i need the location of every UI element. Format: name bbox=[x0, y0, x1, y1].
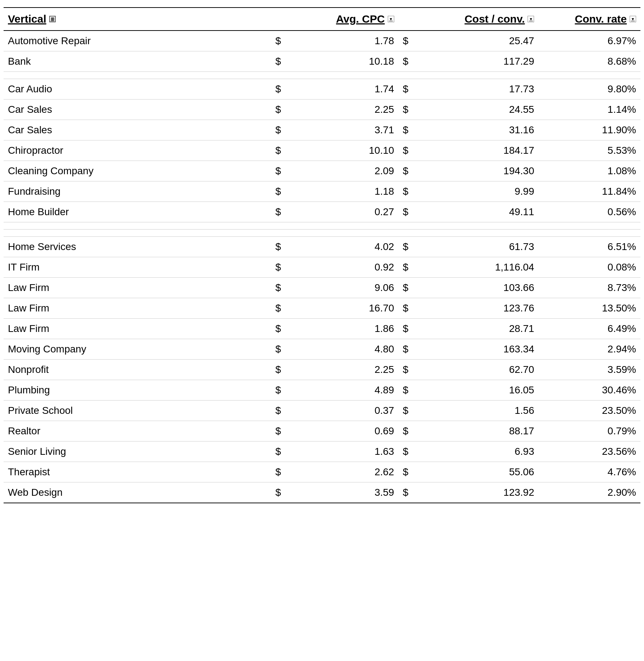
cell-vertical: Car Audio bbox=[4, 79, 271, 100]
cell-vertical: Fundraising bbox=[4, 181, 271, 202]
cell-cost-conv: $6.93 bbox=[399, 442, 539, 462]
cell-cost-conv: $1.56 bbox=[399, 401, 539, 421]
cell-avg-cpc: $4.80 bbox=[271, 339, 398, 360]
cell-vertical: Car Sales bbox=[4, 100, 271, 120]
dollar-sign-cost: $ bbox=[403, 104, 413, 115]
table-row: Private School$0.37$1.5623.50% bbox=[4, 401, 640, 421]
cell-vertical: Bank bbox=[4, 51, 271, 72]
cell-conv-rate: 0.08% bbox=[538, 257, 640, 278]
cell-avg-cpc: $2.25 bbox=[271, 100, 398, 120]
cell-cost-conv: $123.92 bbox=[399, 482, 539, 503]
dollar-sign-cost: $ bbox=[403, 405, 413, 416]
cell-avg-cpc: $3.59 bbox=[271, 482, 398, 503]
cell-avg-cpc: $10.18 bbox=[271, 51, 398, 72]
dollar-sign-cpc: $ bbox=[275, 241, 285, 253]
dollar-sign-cpc: $ bbox=[275, 466, 285, 478]
table-row: Senior Living$1.63$6.9323.56% bbox=[4, 442, 640, 462]
value-cost: 103.66 bbox=[413, 282, 534, 293]
cell-cost-conv: $31.16 bbox=[399, 120, 539, 140]
header-cost-conv-label: Cost / conv. bbox=[465, 13, 525, 25]
cell-cost-conv: $28.71 bbox=[399, 319, 539, 339]
cell-conv-rate: 1.08% bbox=[538, 161, 640, 181]
table-row: Bank$10.18$117.298.68% bbox=[4, 51, 640, 72]
value-cpc: 0.27 bbox=[285, 206, 394, 218]
cell-conv-rate: 6.51% bbox=[538, 237, 640, 257]
table-row: Car Sales$2.25$24.551.14% bbox=[4, 100, 640, 120]
cell-vertical: IT Firm bbox=[4, 257, 271, 278]
dollar-sign-cost: $ bbox=[403, 262, 413, 273]
table-row: Law Firm$16.70$123.7613.50% bbox=[4, 298, 640, 319]
table-row-empty bbox=[4, 72, 640, 79]
dollar-sign-cost: $ bbox=[403, 145, 413, 156]
dollar-sign-cost: $ bbox=[403, 487, 413, 498]
dollar-sign-cost: $ bbox=[403, 56, 413, 67]
cell-vertical: Home Builder bbox=[4, 202, 271, 222]
table-row: Home Services$4.02$61.736.51% bbox=[4, 237, 640, 257]
table-row: Car Audio$1.74$17.739.80% bbox=[4, 79, 640, 100]
avg-cpc-dropdown-icon[interactable]: ▼ bbox=[388, 16, 394, 22]
cell-avg-cpc: $9.06 bbox=[271, 278, 398, 298]
value-cpc: 10.10 bbox=[285, 145, 394, 156]
cell-cost-conv: $9.99 bbox=[399, 181, 539, 202]
cell-vertical: Moving Company bbox=[4, 339, 271, 360]
cell-avg-cpc: $1.18 bbox=[271, 181, 398, 202]
cell-vertical: Private School bbox=[4, 401, 271, 421]
dollar-sign-cpc: $ bbox=[275, 405, 285, 416]
dollar-sign-cost: $ bbox=[403, 343, 413, 355]
value-cost: 49.11 bbox=[413, 206, 534, 218]
vertical-filter-icon[interactable]: ⊞ bbox=[49, 16, 56, 22]
cell-conv-rate: 23.56% bbox=[538, 442, 640, 462]
dollar-sign-cost: $ bbox=[403, 466, 413, 478]
table-row: Automotive Repair$1.78$25.476.97% bbox=[4, 31, 640, 51]
value-cpc: 1.86 bbox=[285, 323, 394, 334]
cell-avg-cpc: $3.71 bbox=[271, 120, 398, 140]
dollar-sign-cpc: $ bbox=[275, 104, 285, 115]
cell-conv-rate: 6.49% bbox=[538, 319, 640, 339]
cell-conv-rate: 6.97% bbox=[538, 31, 640, 51]
value-cost: 31.16 bbox=[413, 124, 534, 136]
dollar-sign-cpc: $ bbox=[275, 425, 285, 437]
cost-conv-dropdown-icon[interactable]: ▼ bbox=[528, 16, 534, 22]
header-vertical: Vertical ⊞ bbox=[4, 8, 271, 31]
header-avg-cpc: Avg. CPC ▼ bbox=[271, 8, 398, 31]
value-cpc: 4.80 bbox=[285, 343, 394, 355]
table-row: Nonprofit$2.25$62.703.59% bbox=[4, 360, 640, 380]
cell-vertical: Home Services bbox=[4, 237, 271, 257]
header-cost-conv: Cost / conv. ▼ bbox=[399, 8, 539, 31]
cell-vertical: Realtor bbox=[4, 421, 271, 442]
dollar-sign-cpc: $ bbox=[275, 35, 285, 47]
value-cost: 62.70 bbox=[413, 364, 534, 375]
conv-rate-dropdown-icon[interactable]: ▼ bbox=[630, 16, 636, 22]
cell-conv-rate: 0.79% bbox=[538, 421, 640, 442]
value-cost: 1,116.04 bbox=[413, 262, 534, 273]
value-cost: 1.56 bbox=[413, 405, 534, 416]
cell-avg-cpc: $4.02 bbox=[271, 237, 398, 257]
cell-cost-conv: $103.66 bbox=[399, 278, 539, 298]
cell-vertical: Cleaning Company bbox=[4, 161, 271, 181]
cell-cost-conv: $123.76 bbox=[399, 298, 539, 319]
cell-avg-cpc: $1.86 bbox=[271, 319, 398, 339]
value-cpc: 3.59 bbox=[285, 487, 394, 498]
table-row: Plumbing$4.89$16.0530.46% bbox=[4, 380, 640, 401]
cell-cost-conv: $24.55 bbox=[399, 100, 539, 120]
dollar-sign-cost: $ bbox=[403, 186, 413, 197]
table-row: Web Design$3.59$123.922.90% bbox=[4, 482, 640, 503]
cell-conv-rate: 2.94% bbox=[538, 339, 640, 360]
value-cpc: 1.78 bbox=[285, 35, 394, 47]
cell-avg-cpc: $0.27 bbox=[271, 202, 398, 222]
cell-vertical: Therapist bbox=[4, 462, 271, 482]
dollar-sign-cpc: $ bbox=[275, 323, 285, 334]
table-row: IT Firm$0.92$1,116.040.08% bbox=[4, 257, 640, 278]
cell-vertical: Plumbing bbox=[4, 380, 271, 401]
header-conv-rate: Conv. rate ▼ bbox=[538, 8, 640, 31]
dollar-sign-cost: $ bbox=[403, 241, 413, 253]
dollar-sign-cost: $ bbox=[403, 446, 413, 457]
value-cpc: 2.09 bbox=[285, 165, 394, 177]
dollar-sign-cpc: $ bbox=[275, 302, 285, 314]
value-cost: 6.93 bbox=[413, 446, 534, 457]
cell-cost-conv: $16.05 bbox=[399, 380, 539, 401]
dollar-sign-cpc: $ bbox=[275, 364, 285, 375]
value-cpc: 1.63 bbox=[285, 446, 394, 457]
cell-cost-conv: $117.29 bbox=[399, 51, 539, 72]
value-cpc: 0.69 bbox=[285, 425, 394, 437]
